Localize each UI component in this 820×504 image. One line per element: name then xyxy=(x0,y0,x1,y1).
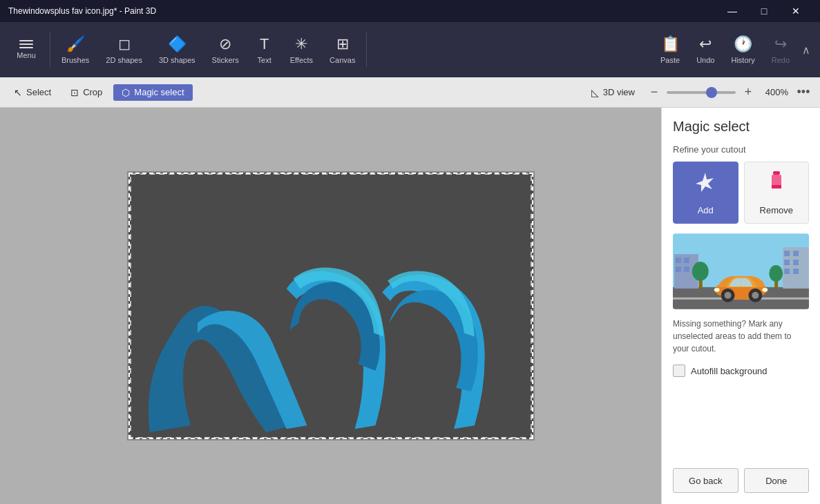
svg-point-30 xyxy=(714,288,720,292)
preview-image xyxy=(673,233,809,309)
select-icon: ↖ xyxy=(14,87,22,98)
toolbar-effects[interactable]: ✳ Effects xyxy=(282,32,321,67)
menu-button[interactable]: Menu xyxy=(6,37,47,62)
svg-rect-10 xyxy=(684,258,689,263)
crop-icon: ⊡ xyxy=(70,87,79,98)
close-button[interactable]: ✕ xyxy=(780,0,812,22)
autofill-checkbox[interactable] xyxy=(673,365,685,377)
main-area: Magic select Refine your cutout Add xyxy=(0,108,820,504)
cutout-description: Missing something? Mark any unselected a… xyxy=(673,318,809,355)
menu-label: Menu xyxy=(17,51,36,59)
toolbar-history[interactable]: 🕐 History xyxy=(723,32,763,67)
3dview-icon: ◺ xyxy=(591,87,599,98)
svg-rect-17 xyxy=(793,260,799,265)
titlebar-title: Thewindowsplus fav icon.jpg* - Paint 3D xyxy=(8,6,156,16)
toolbar-right: 📋 Paste ↩ Undo 🕐 History ↪ Redo ∧ xyxy=(652,32,814,67)
toolbar-text[interactable]: T Text xyxy=(247,32,282,67)
toolbar-redo[interactable]: ↪ Redo xyxy=(763,32,798,67)
toolbar: Menu 🖌️ Brushes ◻ 2D shapes 🔷 3D shapes … xyxy=(0,22,820,77)
magic-select-button[interactable]: ⬡ Magic select xyxy=(113,84,192,101)
svg-point-23 xyxy=(769,265,783,282)
titlebar-controls: — □ ✕ xyxy=(716,0,812,22)
zoom-controls: − + 400% ••• xyxy=(646,81,814,104)
svg-rect-11 xyxy=(676,266,681,272)
paste-label: Paste xyxy=(660,56,680,64)
zoom-slider[interactable] xyxy=(667,91,736,94)
2dshapes-icon: ◻ xyxy=(118,35,131,53)
zoom-in-button[interactable]: + xyxy=(740,84,756,101)
svg-rect-9 xyxy=(676,258,681,263)
refine-options: Add Remove xyxy=(673,162,809,224)
canvas-svg xyxy=(128,173,533,439)
toolbar-paste[interactable]: 📋 Paste xyxy=(652,32,688,67)
autofill-row: Autofill background xyxy=(673,365,809,377)
toolbar-canvas[interactable]: ⊞ Canvas xyxy=(321,32,363,67)
zoom-thumb xyxy=(706,87,717,98)
toolbar-brushes[interactable]: 🖌️ Brushes xyxy=(53,32,97,67)
minimize-button[interactable]: — xyxy=(716,0,748,22)
canvas-icon: ⊞ xyxy=(336,35,349,53)
zoom-value: 400% xyxy=(761,87,788,97)
redo-label: Redo xyxy=(772,56,790,64)
panel-title: Magic select xyxy=(673,119,809,135)
svg-rect-2 xyxy=(773,171,780,175)
history-icon: 🕐 xyxy=(734,35,752,53)
toolbar-undo[interactable]: ↩ Undo xyxy=(688,32,723,67)
more-options-button[interactable]: ••• xyxy=(792,81,814,104)
chevron-up-icon: ∧ xyxy=(802,43,810,57)
done-button[interactable]: Done xyxy=(744,468,810,493)
canvas-label: Canvas xyxy=(330,56,355,64)
maximize-button[interactable]: □ xyxy=(748,0,780,22)
undo-icon: ↩ xyxy=(699,35,712,53)
add-brush-icon xyxy=(693,170,718,200)
stickers-icon: ⊘ xyxy=(219,35,231,53)
svg-rect-16 xyxy=(784,260,790,265)
menu-icon xyxy=(19,40,33,48)
remove-eraser-icon xyxy=(766,170,787,200)
svg-rect-14 xyxy=(784,251,790,256)
paste-icon: 📋 xyxy=(661,35,680,53)
3dview-label: 3D view xyxy=(603,87,635,97)
titlebar: Thewindowsplus fav icon.jpg* - Paint 3D … xyxy=(0,0,820,22)
svg-point-28 xyxy=(752,292,759,299)
redo-icon: ↪ xyxy=(774,35,787,53)
svg-rect-19 xyxy=(793,269,799,274)
add-button[interactable]: Add xyxy=(673,162,738,224)
toolbar-stickers[interactable]: ⊘ Stickers xyxy=(204,32,247,67)
svg-point-26 xyxy=(725,292,732,299)
svg-rect-4 xyxy=(772,185,781,188)
zoom-out-button[interactable]: − xyxy=(646,84,662,101)
select-button[interactable]: ↖ Select xyxy=(6,84,59,101)
magic-select-label: Magic select xyxy=(134,87,184,97)
refine-label: Refine your cutout xyxy=(673,144,809,155)
go-back-button[interactable]: Go back xyxy=(673,468,738,493)
commandbar: ↖ Select ⊡ Crop ⬡ Magic select ◺ 3D view… xyxy=(0,77,820,108)
svg-rect-12 xyxy=(684,266,689,272)
toolbar-3dshapes[interactable]: 🔷 3D shapes xyxy=(151,32,204,67)
right-panel: Magic select Refine your cutout Add xyxy=(661,108,820,504)
stickers-label: Stickers xyxy=(212,56,239,64)
remove-button[interactable]: Remove xyxy=(744,162,810,224)
autofill-label: Autofill background xyxy=(691,366,767,376)
text-label: Text xyxy=(258,56,271,64)
3dview-button[interactable]: ◺ 3D view xyxy=(583,84,643,101)
toolbar-more[interactable]: ∧ xyxy=(798,41,814,59)
3dshapes-icon: 🔷 xyxy=(168,35,187,53)
toolbar-divider-1 xyxy=(50,32,50,67)
toolbar-divider-2 xyxy=(366,32,367,67)
panel-buttons: Go back Done xyxy=(673,468,809,493)
brushes-label: Brushes xyxy=(61,56,89,64)
effects-label: Effects xyxy=(290,56,313,64)
select-label: Select xyxy=(26,87,51,97)
toolbar-2dshapes[interactable]: ◻ 2D shapes xyxy=(97,32,151,67)
canvas-area[interactable] xyxy=(0,108,661,504)
history-label: History xyxy=(731,56,754,64)
2dshapes-label: 2D shapes xyxy=(106,56,142,64)
crop-button[interactable]: ⊡ Crop xyxy=(62,84,111,101)
remove-label: Remove xyxy=(760,205,793,215)
add-label: Add xyxy=(698,205,714,215)
magic-select-icon: ⬡ xyxy=(122,87,130,98)
svg-point-21 xyxy=(692,262,709,281)
svg-rect-18 xyxy=(784,269,790,274)
undo-label: Undo xyxy=(696,56,714,64)
